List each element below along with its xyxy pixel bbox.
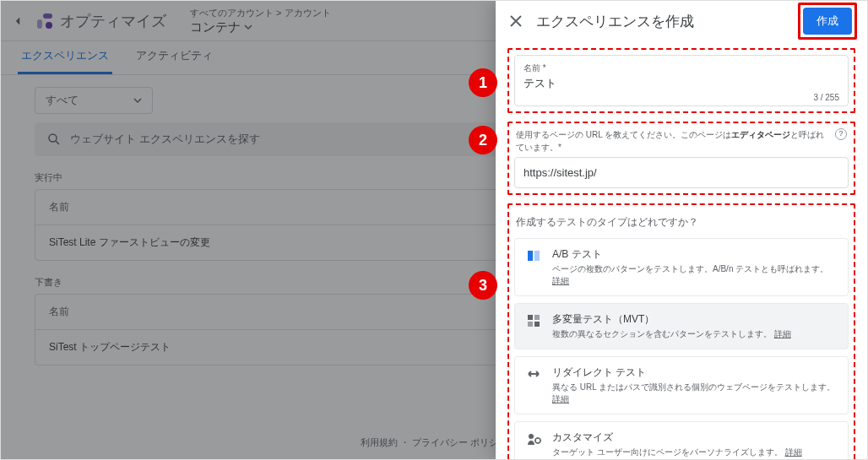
type-card-redirect[interactable]: リダイレクト テスト 異なる URL またはパスで識別される個別のウェブページを… xyxy=(514,356,849,414)
svg-point-11 xyxy=(529,434,534,439)
create-experience-panel: エクスペリエンスを作成 作成 名前 * テスト 3 / 255 使用するページの… xyxy=(496,1,867,459)
svg-rect-9 xyxy=(528,322,533,327)
svg-rect-5 xyxy=(528,251,533,261)
url-help-text: 使用するページの URL を教えてください。このページはエディタページと呼ばれて… xyxy=(514,128,849,157)
panel-title: エクスペリエンスを作成 xyxy=(536,12,788,31)
create-button-highlight: 作成 xyxy=(798,3,857,40)
mvt-icon xyxy=(525,312,542,329)
redirect-desc: 異なる URL またはパスで識別される個別のウェブページをテストします。 xyxy=(552,382,835,392)
customize-title: カスタマイズ xyxy=(552,430,838,445)
mvt-desc: 複数の異なるセクションを含むパターンをテストします。 xyxy=(552,329,772,338)
redirect-title: リダイレクト テスト xyxy=(552,365,838,380)
svg-rect-6 xyxy=(534,251,540,261)
ab-detail-link[interactable]: 詳細 xyxy=(552,276,569,285)
url-field[interactable]: https://sitest.jp/ xyxy=(514,157,849,188)
ab-desc: ページの複数のパターンをテストします。A/B/n テストとも呼ばれます。 xyxy=(552,264,828,273)
redirect-icon xyxy=(525,365,542,382)
customize-icon xyxy=(525,430,542,447)
name-value: テスト xyxy=(524,74,839,93)
close-icon xyxy=(509,14,523,28)
customize-detail-link[interactable]: 詳細 xyxy=(785,447,802,457)
url-value: https://sitest.jp/ xyxy=(524,165,839,181)
url-help-pre: 使用するページの URL を教えてください。このページは xyxy=(516,130,731,139)
create-button[interactable]: 作成 xyxy=(803,8,852,35)
highlight-box-3: 作成するテストのタイプはどれですか？ A/B テスト ページの複数のパターンをテ… xyxy=(507,203,855,459)
name-field[interactable]: 名前 * テスト 3 / 255 xyxy=(514,55,849,106)
mvt-detail-link[interactable]: 詳細 xyxy=(774,329,791,338)
mvt-title: 多変量テスト（MVT） xyxy=(552,312,838,327)
svg-rect-7 xyxy=(528,315,533,320)
type-question: 作成するテストのタイプはどれですか？ xyxy=(516,215,847,230)
url-help-bold: エディタページ xyxy=(731,130,790,139)
type-card-ab[interactable]: A/B テスト ページの複数のパターンをテストします。A/B/n テストとも呼ば… xyxy=(514,238,849,296)
ab-title: A/B テスト xyxy=(552,247,838,262)
type-card-mvt[interactable]: 多変量テスト（MVT） 複数の異なるセクションを含むパターンをテストします。 詳… xyxy=(514,303,849,349)
close-button[interactable] xyxy=(506,11,526,31)
svg-point-12 xyxy=(535,438,540,443)
annotation-circle-1: 1 xyxy=(469,68,497,97)
highlight-box-1: 名前 * テスト 3 / 255 xyxy=(507,48,855,113)
svg-rect-8 xyxy=(534,315,540,320)
highlight-box-2: 使用するページの URL を教えてください。このページはエディタページと呼ばれて… xyxy=(507,122,855,195)
annotation-circle-3: 3 xyxy=(469,271,497,300)
annotation-circle-2: 2 xyxy=(469,126,497,154)
type-card-customize[interactable]: カスタマイズ ターゲット ユーザー向けにページをパーソナライズします。 詳細 xyxy=(514,421,849,459)
svg-rect-10 xyxy=(534,322,540,327)
name-char-count: 3 / 255 xyxy=(524,93,839,102)
name-label: 名前 * xyxy=(524,62,839,74)
panel-header: エクスペリエンスを作成 作成 xyxy=(496,1,867,41)
panel-body: 名前 * テスト 3 / 255 使用するページの URL を教えてください。こ… xyxy=(496,41,867,459)
ab-test-icon xyxy=(525,247,542,264)
customize-desc: ターゲット ユーザー向けにページをパーソナライズします。 xyxy=(552,447,783,457)
redirect-detail-link[interactable]: 詳細 xyxy=(552,394,569,403)
help-icon[interactable]: ? xyxy=(835,128,847,140)
